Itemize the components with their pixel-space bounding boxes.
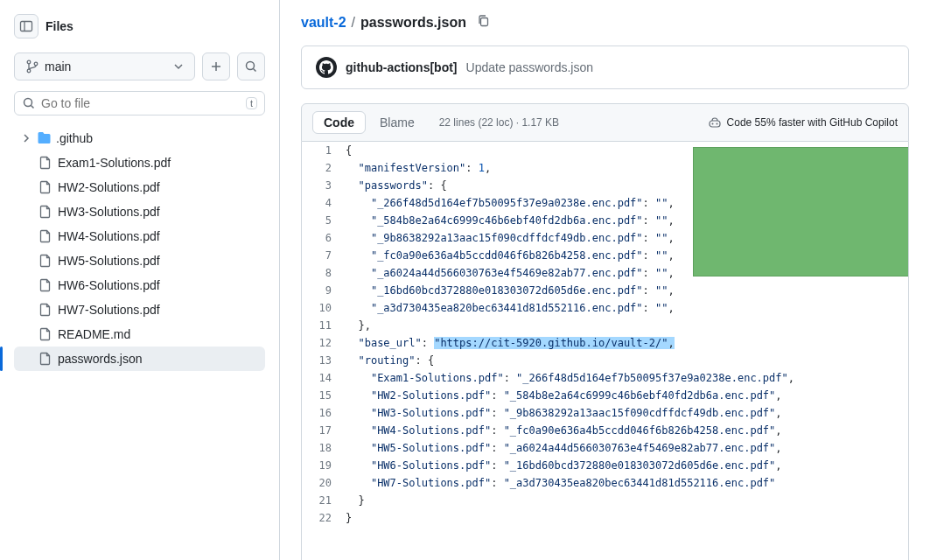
file-icon: [38, 205, 52, 219]
file-icon: [38, 303, 52, 317]
code-line: 12 "base_url": "https://cit-5920.github.…: [302, 334, 908, 352]
tree-file[interactable]: README.md: [14, 322, 265, 346]
tree-folder[interactable]: .github: [14, 126, 265, 150]
code-line: 15 "HW2-Solutions.pdf": "_584b8e2a64c699…: [302, 387, 908, 404]
tree-file[interactable]: HW6-Solutions.pdf: [14, 273, 265, 298]
search-icon: [22, 96, 36, 110]
redaction-overlay: [693, 147, 909, 276]
svg-point-2: [27, 60, 31, 64]
code-line: 21 }: [302, 492, 908, 509]
code-line: 19 "HW6-Solutions.pdf": "_16bd60bcd37288…: [302, 457, 908, 474]
file-icon: [38, 352, 52, 366]
search-icon: [244, 60, 258, 74]
copilot-text: Code 55% faster with GitHub Copilot: [727, 116, 898, 129]
code-line: 16 "HW3-Solutions.pdf": "_9b8638292a13aa…: [302, 404, 908, 422]
file-icon: [38, 278, 52, 292]
tree-file[interactable]: Exam1-Solutions.pdf: [14, 150, 265, 175]
search-button[interactable]: [237, 52, 265, 80]
avatar: [316, 57, 337, 78]
file-icon: [38, 156, 52, 170]
code-line: 17 "HW4-Solutions.pdf": "_fc0a90e636a4b5…: [302, 422, 908, 439]
code-line: 11 },: [302, 317, 908, 334]
code-line: 20 "HW7-Solutions.pdf": "_a3d730435ea820…: [302, 474, 908, 492]
commit-author: github-actions[bot]: [346, 60, 458, 74]
breadcrumb-file: passwords.json: [360, 15, 466, 31]
tab-code[interactable]: Code: [312, 111, 366, 134]
file-search-input-wrap[interactable]: t: [14, 91, 265, 116]
sidebar-title: Files: [45, 19, 265, 33]
code-line: 18 "HW5-Solutions.pdf": "_a6024a44d56603…: [302, 439, 908, 457]
code-line: 10 "_a3d730435ea820bec63441d81d552116.en…: [302, 299, 908, 317]
copy-path-button[interactable]: [477, 14, 491, 32]
tree-file[interactable]: passwords.json: [14, 346, 265, 371]
breadcrumb-separator: /: [352, 15, 355, 31]
chevron-down-icon: [173, 61, 184, 72]
tree-file[interactable]: HW3-Solutions.pdf: [14, 200, 265, 224]
file-icon: [38, 254, 52, 268]
file-toolbar: Code Blame 22 lines (22 loc) · 1.17 KB C…: [301, 103, 909, 142]
branch-icon: [25, 60, 39, 74]
copilot-promo[interactable]: Code 55% faster with GitHub Copilot: [708, 116, 898, 130]
add-file-button[interactable]: [202, 52, 230, 80]
chevron-right-icon: [21, 133, 31, 144]
sidebar-icon: [19, 19, 33, 33]
breadcrumb: vault-2 / passwords.json: [280, 0, 930, 38]
svg-point-5: [247, 62, 255, 70]
file-meta: 22 lines (22 loc) · 1.17 KB: [439, 116, 559, 129]
file-icon: [38, 229, 52, 243]
code-view[interactable]: 1{2 "manifestVersion": 1,3 "passwords": …: [301, 142, 909, 560]
copilot-icon: [708, 116, 722, 130]
tree-file[interactable]: HW7-Solutions.pdf: [14, 298, 265, 322]
tree-file[interactable]: HW4-Solutions.pdf: [14, 224, 265, 248]
tree-file[interactable]: HW5-Solutions.pdf: [14, 248, 265, 273]
code-line: 14 "Exam1-Solutions.pdf": "_266f48d5d164…: [302, 369, 908, 387]
svg-rect-7: [480, 18, 487, 26]
tab-blame[interactable]: Blame: [369, 112, 425, 133]
file-icon: [38, 327, 52, 341]
svg-point-10: [716, 123, 717, 125]
collapse-sidebar-button[interactable]: [14, 14, 38, 38]
svg-point-4: [34, 62, 38, 66]
branch-selector[interactable]: main: [14, 52, 195, 80]
code-line: 13 "routing": {: [302, 352, 908, 369]
copy-icon: [477, 14, 491, 28]
file-tree: .githubExam1-Solutions.pdfHW2-Solutions.…: [14, 126, 265, 371]
code-line: 9 "_16bd60bcd372880e018303072d605d6e.enc…: [302, 282, 908, 299]
svg-point-9: [711, 123, 713, 125]
plus-icon: [209, 60, 223, 74]
breadcrumb-repo-link[interactable]: vault-2: [301, 15, 346, 31]
file-icon: [38, 180, 52, 194]
branch-name: main: [45, 60, 71, 74]
svg-point-3: [27, 69, 31, 73]
folder-icon: [37, 131, 51, 145]
tree-file[interactable]: HW2-Solutions.pdf: [14, 175, 265, 200]
commit-message: Update passwords.json: [466, 60, 594, 74]
latest-commit[interactable]: github-actions[bot] Update passwords.jso…: [301, 46, 909, 89]
svg-rect-8: [710, 121, 720, 127]
svg-point-6: [24, 99, 32, 107]
code-line: 22}: [302, 509, 908, 527]
svg-rect-0: [21, 22, 32, 32]
file-search-input[interactable]: [41, 96, 246, 110]
github-icon: [319, 60, 333, 74]
search-kbd: t: [246, 97, 257, 109]
